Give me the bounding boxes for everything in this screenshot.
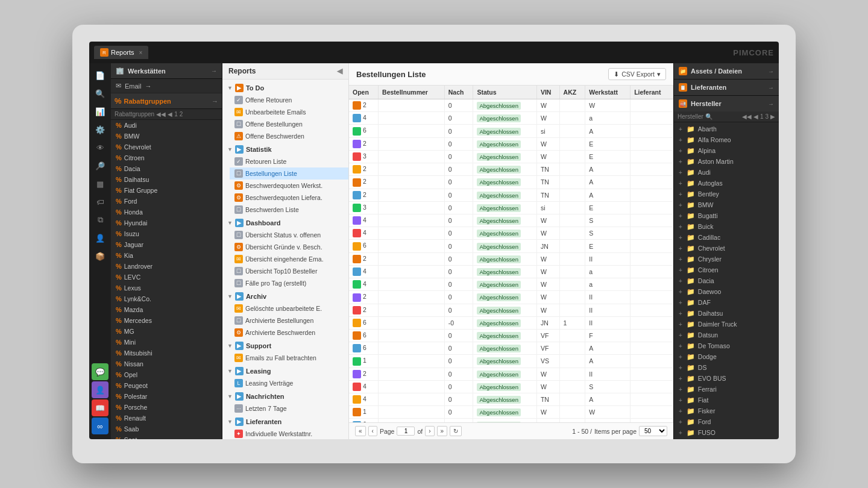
rabattgruppen-item[interactable]: %Kia bbox=[111, 250, 222, 261]
hersteller-item[interactable]: + 📁 Ferrari bbox=[674, 384, 779, 395]
next-page-btn[interactable]: › bbox=[425, 426, 434, 436]
liefer-arrow[interactable]: → bbox=[768, 84, 774, 91]
hersteller-item[interactable]: + 📁 Daewoo bbox=[674, 286, 779, 297]
hersteller-add-btn[interactable]: + bbox=[679, 343, 682, 349]
rabattgruppen-item[interactable]: %Honda bbox=[111, 207, 222, 217]
group-dashboard-header[interactable]: ▼ ▶ Dashboard bbox=[222, 217, 348, 229]
panel-email[interactable]: ✉ Email → bbox=[111, 79, 222, 93]
nachrichten-item1[interactable]: ··· Letzten 7 Tage bbox=[230, 402, 348, 414]
hersteller-item[interactable]: + 📁 Dacia bbox=[674, 275, 779, 286]
hersteller-add-btn[interactable]: + bbox=[679, 354, 682, 360]
rabattgruppen-item[interactable]: %Mazda bbox=[111, 304, 222, 315]
stat-beschwerdequoten-liefera[interactable]: ⚙ Beschwerdequoten Liefera. bbox=[230, 192, 348, 204]
table-row[interactable]: 4 0 Abgeschlossen W S bbox=[349, 380, 673, 393]
werkstatten-arrow[interactable]: → bbox=[211, 67, 217, 74]
stat-beschwerdequoten-werkst[interactable]: ⚙ Beschwerdequoten Werkst. bbox=[230, 180, 348, 192]
hersteller-add-btn[interactable]: + bbox=[679, 397, 682, 404]
hersteller-item[interactable]: + 📁 Buick bbox=[674, 221, 779, 232]
group-statistik-header[interactable]: ▼ ▶ Statistik bbox=[222, 143, 348, 155]
rabattgruppen-item[interactable]: %Daihatsu bbox=[111, 174, 222, 185]
rabattgruppen-item[interactable]: %Isuzu bbox=[111, 228, 222, 239]
rabattgruppen-item[interactable]: %Fiat Gruppe bbox=[111, 185, 222, 196]
h-prev[interactable]: ◀ bbox=[753, 113, 758, 120]
stat-beschwerden-liste[interactable]: ☐ Beschwerden Liste bbox=[230, 204, 348, 216]
rabattgruppen-item[interactable]: %Landrover bbox=[111, 261, 222, 272]
hersteller-item[interactable]: + 📁 BMW bbox=[674, 199, 779, 210]
sidebar-icon-infinity[interactable]: ∞ bbox=[92, 418, 108, 434]
rabattgruppen-item[interactable]: %Mitsubishi bbox=[111, 348, 222, 358]
hersteller-item[interactable]: + 📁 Ford bbox=[674, 416, 779, 427]
reports-collapse-btn[interactable]: ◀ bbox=[337, 67, 342, 75]
hersteller-item[interactable]: + 📁 Abarth bbox=[674, 124, 779, 134]
hersteller-search-icon[interactable]: 🔍 bbox=[705, 113, 712, 120]
stat-retouren-liste[interactable]: ✓ Retouren Liste bbox=[230, 155, 348, 167]
table-row[interactable]: 4 0 Abgeschlossen W S bbox=[349, 214, 673, 227]
rabattgruppen-item[interactable]: %Audi bbox=[111, 120, 222, 131]
tab-reports-close[interactable]: × bbox=[139, 49, 143, 56]
rabattgruppen-item[interactable]: %Mini bbox=[111, 337, 222, 348]
hersteller-add-btn[interactable]: + bbox=[679, 386, 682, 393]
prev-prev-btn[interactable]: ◀◀ bbox=[156, 111, 166, 117]
hersteller-item[interactable]: + 📁 Fisker bbox=[674, 405, 779, 416]
hersteller-item[interactable]: + 📁 Bugatti bbox=[674, 210, 779, 221]
table-row[interactable]: 2 0 Abgeschlossen W II bbox=[349, 368, 673, 380]
dash-item3[interactable]: ✉ Übersicht eingehende Ema. bbox=[230, 253, 348, 265]
table-row[interactable]: 6 0 Abgeschlossen si A bbox=[349, 125, 673, 137]
hersteller-add-btn[interactable]: + bbox=[679, 180, 682, 187]
h-prev-prev[interactable]: ◀◀ bbox=[742, 113, 752, 120]
group-archiv-header[interactable]: ▼ ▶ Archiv bbox=[222, 290, 348, 302]
hersteller-add-btn[interactable]: + bbox=[679, 408, 682, 414]
hersteller-add-btn[interactable]: + bbox=[679, 332, 682, 339]
rabattgruppen-item[interactable]: %LEVC bbox=[111, 272, 222, 283]
table-row[interactable]: 2 0 Abgeschlossen W II bbox=[349, 291, 673, 304]
sidebar-icon-document[interactable]: 📄 bbox=[92, 67, 108, 84]
rabattgruppen-item[interactable]: %Seat bbox=[111, 434, 222, 439]
sidebar-icon-search[interactable]: 🔍 bbox=[92, 85, 108, 102]
hersteller-item[interactable]: + 📁 DAF bbox=[674, 297, 779, 308]
hersteller-arrow[interactable]: → bbox=[768, 101, 774, 107]
prev-btn[interactable]: ◀ bbox=[168, 111, 172, 117]
dash-item4[interactable]: ☐ Übersicht Top10 Besteller bbox=[230, 265, 348, 277]
sidebar-icon-book[interactable]: 📖 bbox=[92, 399, 108, 416]
table-row[interactable]: 2 0 Abgeschlossen W II bbox=[349, 304, 673, 316]
rabattgruppen-item[interactable]: %MG bbox=[111, 326, 222, 337]
hersteller-item[interactable]: + 📁 Aston Martin bbox=[674, 156, 779, 167]
table-row[interactable]: 4 0 Abgeschlossen W a bbox=[349, 278, 673, 291]
sidebar-icon-magnify[interactable]: 🔎 bbox=[92, 157, 108, 174]
group-leasing-header[interactable]: ▼ ▶ Leasing bbox=[222, 365, 348, 377]
sidebar-icon-eye[interactable]: 👁 bbox=[92, 139, 108, 156]
rabattgruppen-item[interactable]: %Porsche bbox=[111, 402, 222, 413]
tab-reports[interactable]: R Reports × bbox=[94, 46, 148, 59]
table-row[interactable]: 2 0 Abgeschlossen W E bbox=[349, 137, 673, 150]
assets-header[interactable]: 📁 Assets / Dateien → bbox=[674, 63, 779, 79]
hersteller-add-btn[interactable]: + bbox=[679, 278, 682, 284]
hersteller-item[interactable]: + 📁 Bentley bbox=[674, 189, 779, 199]
table-row[interactable]: 1 0 Abgeschlossen VS A bbox=[349, 355, 673, 368]
hersteller-item[interactable]: + 📁 Datsun bbox=[674, 330, 779, 340]
rabattgruppen-item[interactable]: %Dacia bbox=[111, 163, 222, 174]
hersteller-add-btn[interactable]: + bbox=[679, 202, 682, 208]
email-arrow[interactable]: → bbox=[145, 83, 152, 90]
leasing-item1[interactable]: L Leasing Verträge bbox=[230, 377, 348, 389]
archiv-item3[interactable]: ⚙ Archivierte Beschwerden bbox=[230, 327, 348, 339]
hersteller-item[interactable]: + 📁 De Tomaso bbox=[674, 340, 779, 351]
hersteller-item[interactable]: + 📁 Chevrolet bbox=[674, 243, 779, 254]
group-todo-header[interactable]: ▼ ▶ To Do bbox=[222, 82, 348, 94]
group-lieferanten-header[interactable]: ▼ ▶ Lieferanten bbox=[222, 416, 348, 428]
csv-export-button[interactable]: ⬇ CSV Export ▾ bbox=[608, 68, 666, 80]
per-page-select[interactable]: 50 25 100 bbox=[639, 426, 667, 436]
sidebar-icon-layers[interactable]: ⧉ bbox=[92, 211, 108, 228]
table-row[interactable]: 4 0 Abgeschlossen W a bbox=[349, 112, 673, 125]
hersteller-header[interactable]: 🏭 Hersteller → bbox=[674, 96, 779, 111]
hersteller-item[interactable]: + 📁 EVO BUS bbox=[674, 373, 779, 384]
rabattgruppen-item[interactable]: %Mercedes bbox=[111, 315, 222, 326]
assets-arrow[interactable]: → bbox=[768, 68, 774, 75]
last-page-btn[interactable]: » bbox=[437, 426, 448, 436]
rabattgruppen-item[interactable]: %Polestar bbox=[111, 391, 222, 402]
group-nachrichten-header[interactable]: ▼ ▶ Nachrichten bbox=[222, 390, 348, 402]
rabattgruppen-item[interactable]: %Peugeot bbox=[111, 380, 222, 391]
hersteller-item[interactable]: + 📁 DS bbox=[674, 362, 779, 373]
group-support-header[interactable]: ▼ ▶ Support bbox=[222, 340, 348, 352]
hersteller-item[interactable]: + 📁 Chrysler bbox=[674, 254, 779, 264]
sidebar-icon-settings[interactable]: ⚙️ bbox=[92, 121, 108, 138]
